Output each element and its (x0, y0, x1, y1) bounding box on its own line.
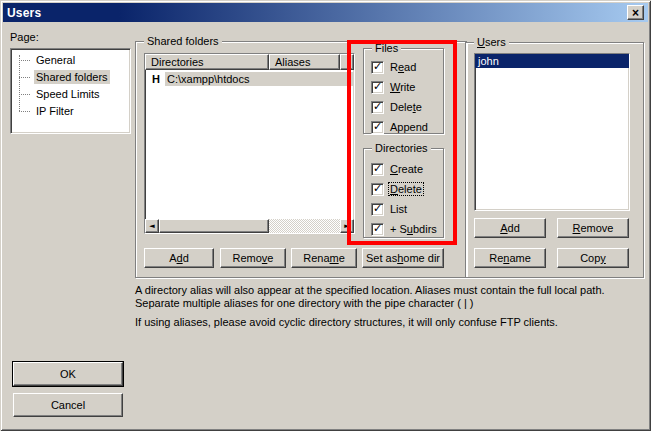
cyclic-note-text: If using aliases, please avoid cyclic di… (135, 316, 643, 329)
user-add-button[interactable]: Add (474, 218, 546, 238)
check-icon: ✓ (373, 203, 382, 214)
tree-item-label: Speed Limits (34, 87, 102, 101)
checkbox-row-read: ✓ Read (371, 60, 417, 74)
close-icon: × (632, 7, 639, 19)
create-checkbox-label: Create (389, 163, 424, 175)
users-dialog: Users × Page: General Shared folders Spe… (0, 0, 651, 431)
shared-folders-group-label: Shared folders (144, 35, 222, 47)
set-as-home-dir-button[interactable]: Set as home dir (362, 248, 444, 268)
tree-item-label: Shared folders (34, 70, 110, 84)
users-list: john (474, 53, 630, 211)
files-group-label: Files (372, 42, 401, 54)
column-header-aliases[interactable]: Aliases (269, 54, 340, 70)
horizontal-scrollbar: ◄ ► (145, 219, 354, 233)
checkbox-row-delete-file: ✓ Delete (371, 100, 423, 114)
subdirs-checkbox-label: + Subdirs (389, 223, 438, 235)
folder-remove-button[interactable]: Remove (220, 248, 286, 268)
check-icon: ✓ (373, 101, 382, 112)
list-checkbox-label: List (389, 203, 408, 215)
user-copy-button[interactable]: Copy (557, 248, 629, 268)
check-icon: ✓ (373, 121, 382, 132)
list-checkbox[interactable]: ✓ (371, 203, 384, 216)
check-icon: ✓ (373, 81, 382, 92)
read-checkbox[interactable]: ✓ (371, 61, 384, 74)
tree-item-ip-filter[interactable]: IP Filter (11, 103, 130, 120)
tree-item-label: IP Filter (34, 104, 76, 118)
ok-button[interactable]: OK (13, 362, 123, 386)
scrollbar-track[interactable] (269, 219, 340, 233)
notes-section: A directory alias will also appear at th… (135, 284, 643, 329)
check-icon: ✓ (373, 223, 382, 234)
check-icon: ✓ (373, 183, 382, 194)
column-header-directories[interactable]: Directories (145, 54, 269, 70)
scroll-right-button[interactable]: ► (340, 219, 354, 233)
home-dir-marker: H (152, 73, 160, 85)
files-permissions-group: Files ✓ Read ✓ Write ✓ Delete ✓ Append (363, 48, 444, 134)
titlebar[interactable]: Users × (3, 3, 648, 22)
delete-file-checkbox[interactable]: ✓ (371, 101, 384, 114)
directories-permissions-group: Directories ✓ Create ✓ Delete ✓ List ✓ +… (363, 148, 444, 238)
alias-note-text: A directory alias will also appear at th… (135, 284, 643, 310)
arrow-right-icon: ► (344, 223, 349, 230)
column-header-filler (340, 54, 354, 70)
create-checkbox[interactable]: ✓ (371, 163, 384, 176)
close-button[interactable]: × (627, 5, 644, 20)
checkbox-row-append: ✓ Append (371, 120, 429, 134)
user-remove-button[interactable]: Remove (557, 218, 629, 238)
directories-group-label: Directories (372, 142, 431, 154)
check-icon: ✓ (373, 163, 382, 174)
directories-list: Directories Aliases H C:\xampp\htdocs ◄ … (144, 53, 355, 234)
delete-dir-checkbox-label: Delete (389, 183, 423, 195)
cancel-button[interactable]: Cancel (13, 393, 123, 417)
delete-file-checkbox-label: Delete (389, 101, 423, 113)
append-checkbox-label: Append (389, 121, 429, 133)
scroll-left-button[interactable]: ◄ (145, 219, 159, 233)
users-group: Users john Add Remove Rename Copy (465, 42, 644, 278)
directory-path: C:\xampp\htdocs (165, 72, 354, 86)
folder-rename-button[interactable]: Rename (291, 248, 357, 268)
users-group-label: Users (474, 36, 509, 48)
tree-item-shared-folders[interactable]: Shared folders (11, 69, 130, 86)
subdirs-checkbox[interactable]: ✓ (371, 223, 384, 236)
directory-row[interactable]: H C:\xampp\htdocs (145, 71, 354, 86)
folder-add-button[interactable]: Add (144, 248, 214, 268)
tree-item-general[interactable]: General (11, 52, 130, 69)
checkbox-row-write: ✓ Write (371, 80, 416, 94)
write-checkbox[interactable]: ✓ (371, 81, 384, 94)
checkbox-row-create: ✓ Create (371, 162, 424, 176)
page-panel-label: Page: (10, 31, 39, 43)
directories-list-header: Directories Aliases (145, 54, 354, 70)
delete-dir-checkbox[interactable]: ✓ (371, 183, 384, 196)
write-checkbox-label: Write (389, 81, 416, 93)
user-rename-button[interactable]: Rename (474, 248, 546, 268)
page-tree: General Shared folders Speed Limits IP F… (10, 48, 131, 134)
checkbox-row-subdirs: ✓ + Subdirs (371, 222, 438, 236)
checkbox-row-delete-dir: ✓ Delete (371, 182, 423, 196)
check-icon: ✓ (373, 61, 382, 72)
tree-item-speed-limits[interactable]: Speed Limits (11, 86, 130, 103)
checkbox-row-list: ✓ List (371, 202, 408, 216)
window-title: Users (3, 6, 41, 20)
arrow-left-icon: ◄ (149, 223, 154, 230)
user-list-item[interactable]: john (475, 54, 629, 68)
tree-item-label: General (34, 53, 77, 67)
append-checkbox[interactable]: ✓ (371, 121, 384, 134)
read-checkbox-label: Read (389, 61, 417, 73)
scrollbar-thumb[interactable] (159, 219, 269, 233)
